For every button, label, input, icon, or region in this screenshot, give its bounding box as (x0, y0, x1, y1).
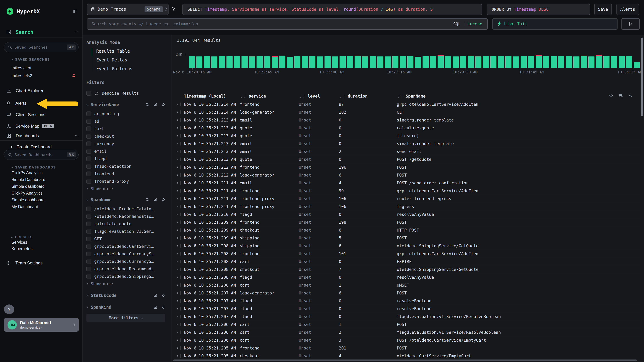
filter-group-header-statuscode[interactable]: StatusCode (86, 292, 165, 300)
horizontal-scrollbar[interactable] (173, 360, 637, 361)
table-row[interactable]: Nov 6 10:35:21.209 AMcheckoutUnset6HTTP … (176, 226, 640, 234)
table-row[interactable]: Nov 6 10:35:21.214 AMfrontendUnset97grpc… (176, 100, 640, 108)
column-header-timestamp[interactable]: Timestamp (Local) (184, 94, 240, 98)
drag-handle-icon[interactable]: ⋮⋮ (240, 94, 246, 98)
collapse-panel-icon[interactable] (72, 9, 78, 14)
expand-row-icon[interactable] (176, 229, 178, 231)
column-header-duration[interactable]: ⋮⋮duration (339, 94, 397, 98)
bar-chart-icon[interactable] (153, 103, 157, 107)
checkbox[interactable] (86, 274, 91, 279)
filter-checkbox-item[interactable]: frontend-proxy (86, 178, 165, 185)
table-row[interactable]: Nov 6 10:35:21.209 AMshippingUnset5POST (176, 234, 640, 242)
checkbox[interactable] (86, 237, 91, 241)
table-row[interactable]: Nov 6 10:35:21.212 AMload-generatorUnset… (176, 171, 640, 179)
bar-chart-icon[interactable] (153, 305, 157, 309)
search-icon[interactable] (146, 198, 149, 202)
show-more-button[interactable]: Show more (86, 185, 165, 192)
live-tail-button[interactable]: Live Tail (492, 18, 618, 30)
expand-row-icon[interactable] (176, 292, 178, 294)
expand-row-icon[interactable] (176, 158, 178, 160)
expand-row-icon[interactable] (176, 308, 178, 310)
checkbox[interactable] (86, 221, 91, 226)
sidebar-item-service-map[interactable]: Service Map BETA (0, 122, 82, 130)
checkbox[interactable] (86, 259, 91, 264)
expand-row-icon[interactable] (176, 331, 178, 333)
sidebar-section-dashboards[interactable]: Dashboards (0, 132, 82, 140)
expand-row-icon[interactable] (176, 213, 178, 215)
user-card[interactable]: DM Dale McDiarmid demo-service - (4, 318, 79, 332)
table-row[interactable]: Nov 6 10:35:21.208 AMflagdUnset0resolveA… (176, 273, 640, 281)
checkbox[interactable] (86, 229, 91, 234)
column-header-service[interactable]: ⋮⋮service (240, 94, 299, 98)
filter-group-header-spanname[interactable]: SpanName (86, 196, 165, 204)
saved-dashboard-item[interactable]: ClickPy Analytics (12, 190, 82, 196)
filter-checkbox-item[interactable]: grpc.oteldemo.CurrencyS… (86, 258, 165, 265)
table-row[interactable]: Nov 6 10:35:21.208 AMcartUnset0EXPIRE (176, 258, 640, 266)
sql-select-input[interactable]: SELECT Timestamp, ServiceName as service… (182, 3, 482, 15)
filter-group-header-servicename[interactable]: ServiceName (86, 101, 165, 109)
expand-row-icon[interactable] (176, 347, 178, 349)
checkbox[interactable] (86, 119, 91, 124)
checkbox[interactable] (86, 142, 91, 146)
saved-search-item[interactable]: mikes alert (12, 64, 82, 72)
table-row[interactable]: Nov 6 10:35:21.209 AMfrontendUnset198POS… (176, 218, 640, 226)
checkbox[interactable] (86, 127, 91, 131)
checkbox[interactable] (86, 252, 91, 256)
sidebar-section-search[interactable]: Search (0, 28, 82, 36)
expand-row-icon[interactable] (176, 111, 178, 113)
filter-checkbox-item[interactable]: calculate-quote (86, 220, 165, 228)
filter-checkbox-item[interactable]: currency (86, 140, 165, 148)
table-row[interactable]: Nov 6 10:35:21.213 AMquoteUnset0POST /ge… (176, 156, 640, 163)
expand-row-icon[interactable] (176, 300, 178, 302)
checkbox[interactable] (86, 134, 91, 139)
column-header-spanname[interactable]: ⋮⋮SpanName (397, 94, 617, 98)
table-row[interactable]: Nov 6 10:35:21.206 AMcartUnset2flagd.eva… (176, 328, 640, 336)
expand-row-icon[interactable] (176, 174, 178, 176)
table-row[interactable]: Nov 6 10:35:21.206 AMcartUnset1POST (176, 321, 640, 328)
saved-dashboards-label[interactable]: SAVED DASHBOARDS (0, 166, 82, 169)
pin-icon[interactable] (161, 198, 165, 202)
download-icon[interactable] (628, 93, 632, 98)
saved-dashboard-item[interactable]: Simple dashboard (12, 196, 82, 203)
table-row[interactable]: Nov 6 10:35:21.211 AMemailUnset4POST /se… (176, 179, 640, 187)
filter-checkbox-item[interactable]: checkout (86, 133, 165, 140)
help-button[interactable]: ? (4, 305, 14, 314)
saved-search-item[interactable]: mikes tets2 (12, 72, 82, 80)
run-query-button[interactable] (622, 18, 640, 30)
histogram[interactable] (189, 55, 641, 68)
sidebar-item-chart-explorer[interactable]: Chart Explorer (0, 87, 82, 95)
filter-checkbox-item[interactable]: cart (86, 125, 165, 133)
saved-dashboard-item[interactable]: Simple dashboard (12, 183, 82, 190)
filter-checkbox-item[interactable]: GET (86, 235, 165, 243)
filter-checkbox-item[interactable]: /oteldemo.Recommendatio… (86, 213, 165, 220)
filter-group-header-spankind[interactable]: SpanKind (86, 303, 165, 311)
checkbox[interactable] (86, 157, 91, 161)
filter-checkbox-item[interactable]: /oteldemo.ProductCatalo… (86, 205, 165, 213)
sidebar-item-client-sessions[interactable]: Client Sessions (0, 111, 82, 119)
expand-row-icon[interactable] (176, 205, 178, 207)
expand-row-icon[interactable] (176, 151, 178, 152)
pin-icon[interactable] (161, 103, 165, 107)
expand-row-icon[interactable] (176, 245, 178, 247)
drag-handle-icon[interactable]: ⋮⋮ (397, 94, 403, 98)
expand-row-icon[interactable] (176, 260, 178, 262)
search-input[interactable]: Search your events w/ Lucene ex. column:… (87, 18, 488, 30)
code-view-icon[interactable] (608, 93, 613, 98)
expand-row-icon[interactable] (176, 268, 178, 270)
filter-checkbox-item[interactable]: flagd.evaluation.v1.Ser… (86, 228, 165, 235)
table-row[interactable]: Nov 6 10:35:21.213 AMquoteUnset0{closure… (176, 132, 640, 140)
checkbox[interactable] (86, 267, 91, 271)
checkbox[interactable] (86, 206, 91, 211)
show-more-button[interactable]: Show more (86, 280, 165, 287)
expand-row-icon[interactable] (176, 135, 178, 137)
table-row[interactable]: Nov 6 10:35:21.205 AMfrontendUnset201POS… (176, 344, 640, 352)
saved-dashboard-item[interactable]: Simple Dashboard (12, 176, 82, 183)
table-row[interactable]: Nov 6 10:35:21.207 AMflagdUnset0flagd.ev… (176, 313, 640, 321)
pin-icon[interactable] (161, 294, 165, 298)
checkbox[interactable] (86, 172, 91, 176)
saved-dashboard-item[interactable]: My Dashboard (12, 203, 82, 210)
checkbox[interactable] (86, 164, 91, 169)
preset-item[interactable]: Kubernetes (12, 245, 82, 252)
checkbox[interactable] (86, 244, 91, 249)
table-row[interactable]: Nov 6 10:35:21.208 AMcheckoutUnset7oteld… (176, 266, 640, 273)
